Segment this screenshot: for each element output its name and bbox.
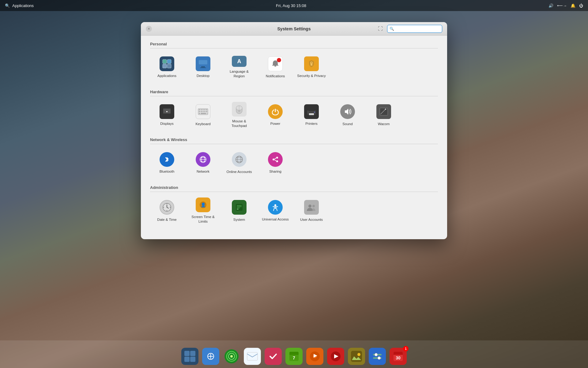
- svg-text:7: 7: [293, 355, 295, 360]
- section-administration: Administration: [150, 185, 438, 226]
- svg-point-69: [163, 207, 164, 208]
- datetime-icon: [159, 199, 175, 215]
- settings-item-datetime[interactable]: Date & Time: [150, 197, 184, 224]
- svg-point-81: [312, 205, 315, 207]
- svg-point-105: [375, 353, 378, 356]
- settings-item-system[interactable]: System: [222, 197, 256, 224]
- datetime-label: Date & Time: [157, 217, 176, 222]
- expand-button[interactable]: ⛶: [378, 26, 383, 32]
- svg-rect-23: [204, 109, 205, 110]
- dock-item-multitasking[interactable]: [181, 347, 199, 366]
- applications-icon: [160, 56, 174, 71]
- settings-item-user-accounts[interactable]: User Accounts: [295, 197, 328, 224]
- settings-item-language[interactable]: A Language & Region: [222, 53, 256, 81]
- topbar-left: 🔍 Applications: [5, 3, 34, 8]
- dock-item-mail[interactable]: [243, 347, 262, 366]
- notification-icon[interactable]: 🔔: [571, 3, 575, 8]
- dock-item-browser[interactable]: [222, 347, 241, 366]
- settings-item-displays[interactable]: Displays: [150, 101, 184, 129]
- svg-point-93: [230, 355, 233, 358]
- section-hardware: Hardware Displays: [150, 90, 438, 130]
- window-title: System Settings: [277, 26, 311, 31]
- settings-item-sharing[interactable]: Sharing: [258, 149, 292, 177]
- calendar-badge: 1: [403, 346, 409, 351]
- settings-item-notifications[interactable]: Notifications: [258, 53, 292, 81]
- svg-rect-5: [199, 60, 207, 64]
- settings-item-security[interactable]: Security & Privacy: [295, 53, 328, 81]
- svg-rect-39: [308, 109, 315, 111]
- dock-item-photos[interactable]: [347, 347, 366, 366]
- settings-item-desktop[interactable]: Desktop: [186, 53, 220, 81]
- settings-item-wacom[interactable]: Wacom: [367, 101, 401, 129]
- settings-item-applications[interactable]: Applications: [150, 53, 184, 81]
- svg-point-70: [170, 207, 171, 208]
- dock-item-tasks[interactable]: [264, 347, 282, 366]
- settings-item-bluetooth[interactable]: Bluetooth: [150, 149, 184, 177]
- svg-point-80: [308, 205, 311, 208]
- svg-rect-2: [163, 64, 167, 68]
- sharing-label: Sharing: [269, 169, 281, 174]
- dock-item-files[interactable]: [202, 347, 220, 366]
- power-label: Power: [270, 121, 281, 126]
- svg-point-67: [167, 203, 168, 204]
- topbar: 🔍 Applications Fri, Aug 30 15:08 🔊 ⟵→ 🔔 …: [0, 0, 588, 11]
- settings-item-universal-access[interactable]: Universal Access: [258, 197, 292, 224]
- search-icon: 🔍: [5, 3, 10, 8]
- network-icon[interactable]: ⟵→: [557, 3, 567, 8]
- settings-item-keyboard[interactable]: Keyboard: [186, 101, 220, 129]
- svg-text:A: A: [237, 58, 241, 64]
- system-settings-window: × System Settings 🔍 ⛶ Personal: [141, 22, 447, 239]
- settings-item-sound[interactable]: Sound: [331, 101, 364, 129]
- svg-rect-102: [351, 351, 362, 362]
- svg-rect-32: [207, 113, 207, 114]
- language-label: Language & Region: [225, 69, 254, 79]
- section-hardware-header: Hardware: [150, 90, 438, 96]
- volume-icon[interactable]: 🔊: [548, 3, 553, 8]
- settings-item-screentime[interactable]: 👤 Screen Time & Limits: [186, 197, 220, 224]
- svg-rect-29: [206, 111, 207, 112]
- bluetooth-label: Bluetooth: [160, 169, 175, 174]
- power-icon[interactable]: ⏻: [579, 3, 583, 8]
- security-label: Security & Privacy: [297, 74, 326, 78]
- screentime-label: Screen Time & Limits: [189, 215, 217, 224]
- network-items-grid: Bluetooth Network: [150, 148, 438, 178]
- svg-rect-20: [199, 109, 200, 110]
- dock-item-tweaks[interactable]: [368, 347, 386, 366]
- svg-rect-26: [201, 111, 202, 112]
- svg-rect-18: [164, 115, 170, 115]
- svg-rect-41: [309, 113, 314, 115]
- security-icon: [304, 56, 319, 71]
- close-button[interactable]: ×: [146, 26, 152, 32]
- user-accounts-icon: [303, 199, 319, 215]
- settings-item-printers[interactable]: Printers: [295, 101, 328, 129]
- dock-item-calendar[interactable]: 7: [285, 347, 303, 366]
- settings-item-mouse[interactable]: Mouse & Touchpad: [222, 101, 256, 129]
- user-accounts-label: User Accounts: [300, 217, 323, 222]
- settings-item-online-accounts[interactable]: Online Accounts: [222, 149, 256, 177]
- search-input[interactable]: [387, 25, 442, 33]
- svg-rect-24: [206, 109, 207, 110]
- dock-item-music[interactable]: [306, 347, 324, 366]
- notification-badge: [277, 58, 281, 62]
- section-personal: Personal Applications: [150, 42, 438, 82]
- dock-item-calendar2[interactable]: 30 1: [389, 347, 407, 366]
- svg-rect-17: [165, 114, 169, 115]
- svg-point-58: [271, 155, 280, 164]
- svg-rect-6: [201, 66, 205, 67]
- svg-point-42: [314, 112, 315, 113]
- section-network-header: Network & Wireless: [150, 137, 438, 144]
- topbar-app-label[interactable]: Applications: [12, 3, 34, 8]
- universal-access-icon: [268, 200, 283, 215]
- svg-rect-75: [237, 206, 242, 207]
- svg-rect-43: [380, 108, 388, 115]
- wacom-label: Wacom: [378, 122, 390, 126]
- svg-point-60: [276, 157, 278, 159]
- sound-icon: [340, 104, 356, 119]
- svg-text:30: 30: [396, 355, 401, 360]
- settings-item-power[interactable]: Power: [258, 101, 292, 129]
- svg-rect-27: [202, 111, 204, 112]
- keyboard-icon: [195, 104, 211, 119]
- settings-item-network[interactable]: Network: [186, 149, 220, 177]
- language-icon: A: [232, 56, 247, 67]
- dock-item-videos[interactable]: [326, 347, 345, 366]
